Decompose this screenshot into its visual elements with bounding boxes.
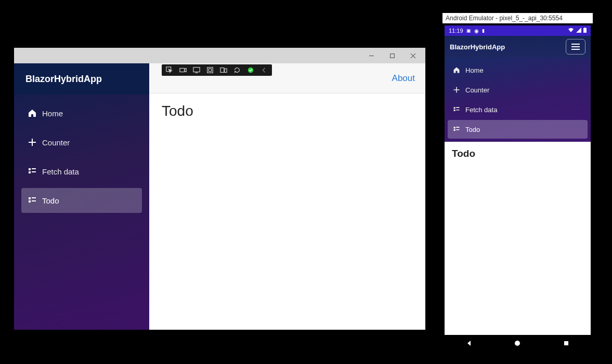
svg-rect-5: [180, 69, 185, 72]
window-close-button[interactable]: [402, 48, 423, 63]
frame-icon[interactable]: [203, 65, 217, 75]
phone-screen: 11:19 ▣ ◉ ▮ Bla: [445, 25, 591, 354]
app-name: BlazorHybridApp: [14, 63, 149, 95]
sidebar: BlazorHybridApp Home Counter Fetch data …: [14, 63, 149, 330]
list-icon: [453, 126, 465, 133]
camera-icon[interactable]: [176, 65, 190, 75]
mobile-content: Todo: [445, 142, 591, 335]
plus-icon: [453, 86, 465, 93]
android-back-button[interactable]: [465, 340, 473, 349]
mobile-nav-item-home[interactable]: Home: [448, 61, 588, 79]
sidebar-item-home[interactable]: Home: [21, 101, 142, 126]
window-maximize-button[interactable]: [382, 48, 402, 63]
svg-point-17: [515, 341, 520, 346]
mobile-nav-item-counter[interactable]: Counter: [448, 80, 588, 99]
window-titlebar: [14, 48, 425, 63]
list-icon: [453, 106, 465, 113]
emulator-titlebar: Android Emulator - pixel_5_-_api_30:5554: [442, 13, 593, 23]
svg-rect-9: [220, 68, 224, 73]
svg-rect-12: [583, 28, 587, 33]
home-icon: [28, 109, 42, 118]
sidebar-item-label: Todo: [42, 196, 59, 205]
mobile-nav-item-fetchdata[interactable]: Fetch data: [448, 100, 588, 119]
android-home-button[interactable]: [514, 340, 521, 349]
screen-cast-icon[interactable]: [190, 65, 203, 75]
status-card-icon: ▮: [482, 28, 485, 33]
about-link[interactable]: About: [392, 73, 415, 84]
content-body: Todo: [149, 93, 425, 129]
android-statusbar: 11:19 ▣ ◉ ▮: [445, 25, 591, 36]
debug-toolbar: [162, 64, 272, 76]
android-emulator-window: Android Emulator - pixel_5_-_api_30:5554…: [442, 13, 593, 356]
svg-rect-1: [390, 53, 394, 58]
desktop-window: BlazorHybridApp Home Counter Fetch data …: [14, 48, 425, 330]
hamburger-menu-button[interactable]: [566, 39, 585, 55]
sidebar-item-counter[interactable]: Counter: [21, 130, 142, 155]
svg-rect-10: [225, 69, 227, 72]
wifi-icon: [568, 28, 574, 34]
chevron-left-icon[interactable]: [257, 65, 271, 75]
svg-rect-7: [207, 68, 213, 73]
battery-icon: [583, 28, 587, 34]
check-icon[interactable]: [244, 65, 257, 75]
svg-rect-18: [564, 341, 568, 345]
sidebar-item-label: Fetch data: [42, 167, 79, 176]
status-icon: ▣: [466, 28, 471, 33]
mobile-nav-item-todo[interactable]: Todo: [448, 120, 588, 139]
mobile-nav-label: Counter: [465, 86, 489, 94]
sidebar-item-todo[interactable]: Todo: [21, 188, 142, 213]
list-icon: [28, 196, 42, 205]
android-nav-bar: [445, 335, 591, 354]
mobile-nav-label: Home: [465, 66, 484, 74]
svg-rect-13: [584, 28, 585, 28]
android-overview-button[interactable]: [563, 340, 570, 349]
status-time: 11:19: [449, 28, 463, 34]
sidebar-item-fetchdata[interactable]: Fetch data: [21, 159, 142, 184]
signal-icon: [576, 28, 581, 34]
mobile-nav-label: Fetch data: [465, 106, 497, 114]
sidebar-nav: Home Counter Fetch data Todo: [14, 95, 149, 219]
svg-rect-6: [193, 68, 200, 72]
mobile-nav-label: Todo: [465, 126, 480, 133]
mobile-app-title: BlazorHybridApp: [450, 43, 505, 51]
sidebar-item-label: Home: [42, 109, 63, 118]
content-area: About Todo: [149, 63, 425, 330]
list-icon: [28, 167, 42, 176]
svg-rect-8: [209, 69, 211, 71]
window-body: BlazorHybridApp Home Counter Fetch data …: [14, 63, 425, 330]
page-title: Todo: [162, 103, 413, 119]
refresh-icon[interactable]: [230, 65, 244, 75]
window-minimize-button[interactable]: [361, 48, 382, 63]
phone-frame: 11:19 ▣ ◉ ▮ Bla: [442, 23, 593, 356]
select-element-icon[interactable]: [163, 65, 176, 75]
mobile-app-header: BlazorHybridApp: [445, 36, 591, 58]
mobile-page-title: Todo: [452, 148, 583, 159]
responsive-icon[interactable]: [217, 65, 230, 75]
mobile-nav: Home Counter Fetch data Todo: [445, 58, 591, 142]
status-debug-icon: ◉: [474, 28, 479, 34]
sidebar-item-label: Counter: [42, 138, 70, 147]
home-icon: [453, 66, 465, 74]
plus-icon: [28, 138, 42, 147]
